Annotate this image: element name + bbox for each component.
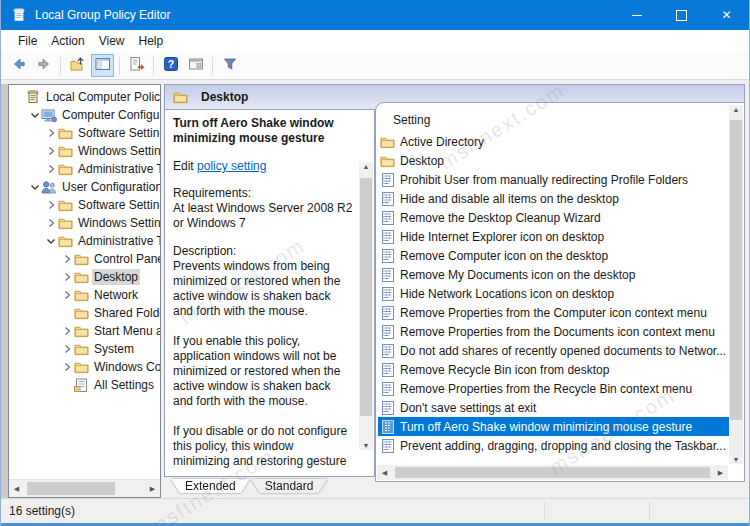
filter-button[interactable]: [218, 54, 241, 77]
maximize-button[interactable]: [659, 0, 704, 30]
scroll-down-button[interactable]: ▼: [729, 456, 743, 463]
list-item-label: Hide Internet Explorer icon on desktop: [400, 230, 604, 244]
scroll-right-button[interactable]: ▶: [713, 469, 728, 477]
tree-horizontal-scrollbar[interactable]: ◀ ▶: [9, 479, 160, 497]
policy-icon: [380, 211, 395, 225]
tree-item[interactable]: Start Menu an: [9, 322, 160, 340]
policy-icon: [380, 325, 395, 339]
scroll-left-button[interactable]: ◀: [377, 469, 392, 477]
close-button[interactable]: ✕: [704, 0, 749, 30]
list-item[interactable]: Hide and disable all items on the deskto…: [378, 189, 729, 208]
list-item[interactable]: Hide Network Locations icon on desktop: [378, 284, 729, 303]
list-item-label: Hide Network Locations icon on desktop: [400, 287, 614, 301]
forward-button[interactable]: [32, 54, 55, 77]
help-icon: ?: [163, 56, 179, 75]
list-item[interactable]: Hide Internet Explorer icon on desktop: [378, 227, 729, 246]
window-icon: [188, 56, 204, 75]
tree-item[interactable]: Desktop: [9, 268, 160, 286]
minimize-icon: [632, 15, 642, 16]
export-list-button[interactable]: [125, 54, 148, 77]
scroll-up-button[interactable]: ▲: [729, 106, 743, 113]
policy-icon: [380, 344, 395, 358]
chevron-expanded-icon[interactable]: [45, 235, 57, 247]
tree-item[interactable]: Control Panel: [9, 250, 160, 268]
tree-item[interactable]: User Configuration: [9, 178, 160, 196]
list-item[interactable]: Remove Computer icon on the desktop: [378, 246, 729, 265]
chevron-collapsed-icon[interactable]: [45, 145, 57, 157]
detail-vertical-scrollbar[interactable]: ▲ ▼: [359, 162, 373, 450]
chevron-collapsed-icon[interactable]: [45, 163, 57, 175]
tab-standard[interactable]: Standard: [251, 479, 328, 493]
minimize-button[interactable]: [614, 0, 659, 30]
tree-item-label: Software Settings: [76, 197, 161, 213]
list-item[interactable]: Prohibit User from manually redirecting …: [378, 170, 729, 189]
chevron-collapsed-icon[interactable]: [61, 343, 73, 355]
list-item[interactable]: Don't save settings at exit: [378, 398, 729, 417]
scrollbar-thumb[interactable]: [730, 120, 742, 420]
chevron-collapsed-icon[interactable]: [45, 199, 57, 211]
tab-extended[interactable]: Extended: [171, 479, 250, 493]
list-item[interactable]: Turn off Aero Shake window minimizing mo…: [378, 417, 729, 436]
list-item[interactable]: Remove Properties from the Computer icon…: [378, 303, 729, 322]
scroll-up-button[interactable]: ▲: [359, 163, 373, 170]
list-vertical-scrollbar[interactable]: ▲ ▼: [729, 105, 743, 464]
back-button[interactable]: [7, 54, 30, 77]
folder-icon: [73, 324, 89, 339]
tree-item[interactable]: Shared Folder: [9, 304, 160, 322]
tree-item[interactable]: Software Settings: [9, 196, 160, 214]
list-item[interactable]: Remove Properties from the Recycle Bin c…: [378, 379, 729, 398]
policy-icon: [380, 382, 395, 396]
folder-icon: [173, 90, 189, 105]
menu-view[interactable]: View: [92, 32, 132, 50]
menu-help[interactable]: Help: [132, 32, 171, 50]
window-edge-strip: [1, 84, 8, 498]
policy-icon: [380, 306, 395, 320]
scrollbar-thumb[interactable]: [360, 178, 372, 416]
list-item[interactable]: Remove Recycle Bin icon from desktop: [378, 360, 729, 379]
tree-item[interactable]: Windows Setting: [9, 214, 160, 232]
setting-column-header[interactable]: Setting: [393, 113, 430, 127]
tree-item[interactable]: Network: [9, 286, 160, 304]
chevron-collapsed-icon[interactable]: [61, 325, 73, 337]
tree-item[interactable]: All Settings: [9, 376, 160, 394]
tree-item[interactable]: Software Settings: [9, 124, 160, 142]
menu-action[interactable]: Action: [44, 32, 91, 50]
chevron-collapsed-icon[interactable]: [61, 361, 73, 373]
tree-item[interactable]: System: [9, 340, 160, 358]
list-item[interactable]: Active Directory: [378, 132, 729, 151]
scroll-right-button[interactable]: ▶: [145, 485, 160, 493]
help-button[interactable]: ?: [159, 54, 182, 77]
tree-item[interactable]: Windows Setting: [9, 142, 160, 160]
tree-item[interactable]: Administrative Te: [9, 160, 160, 178]
tree-item[interactable]: Local Computer Policy: [9, 88, 160, 106]
chevron-collapsed-icon[interactable]: [61, 271, 73, 283]
scrollbar-thumb[interactable]: [27, 482, 115, 495]
policy-icon: [380, 230, 395, 244]
chevron-expanded-icon[interactable]: [29, 109, 41, 121]
show-window-button[interactable]: [184, 54, 207, 77]
up-one-level-button[interactable]: [66, 54, 89, 77]
list-item[interactable]: Do not add shares of recently opened doc…: [378, 341, 729, 360]
list-item[interactable]: Remove Properties from the Documents ico…: [378, 322, 729, 341]
chevron-expanded-icon[interactable]: [29, 181, 41, 193]
scroll-down-button[interactable]: ▼: [359, 442, 373, 449]
list-item[interactable]: Desktop: [378, 151, 729, 170]
tree-item[interactable]: Windows Cor: [9, 358, 160, 376]
menu-file[interactable]: File: [11, 32, 44, 50]
folder-icon: [380, 135, 395, 149]
console-tree-toggle-button[interactable]: [91, 54, 114, 77]
list-item[interactable]: Remove My Documents icon on the desktop: [378, 265, 729, 284]
list-item[interactable]: Remove the Desktop Cleanup Wizard: [378, 208, 729, 227]
chevron-collapsed-icon[interactable]: [61, 253, 73, 265]
chevron-collapsed-icon[interactable]: [45, 217, 57, 229]
export-list-icon: [129, 56, 145, 75]
tree-item-label: Software Settings: [76, 125, 161, 141]
description-paragraph: If you disable or do not configure this …: [173, 424, 353, 469]
tree-item[interactable]: Administrative Te: [9, 232, 160, 250]
chevron-collapsed-icon[interactable]: [45, 127, 57, 139]
policy-setting-link[interactable]: policy setting: [197, 159, 266, 173]
chevron-collapsed-icon[interactable]: [61, 289, 73, 301]
scroll-left-button[interactable]: ◀: [9, 485, 24, 493]
tree-item[interactable]: Computer Configura: [9, 106, 160, 124]
list-item[interactable]: Prevent adding, dragging, dropping and c…: [378, 436, 729, 455]
